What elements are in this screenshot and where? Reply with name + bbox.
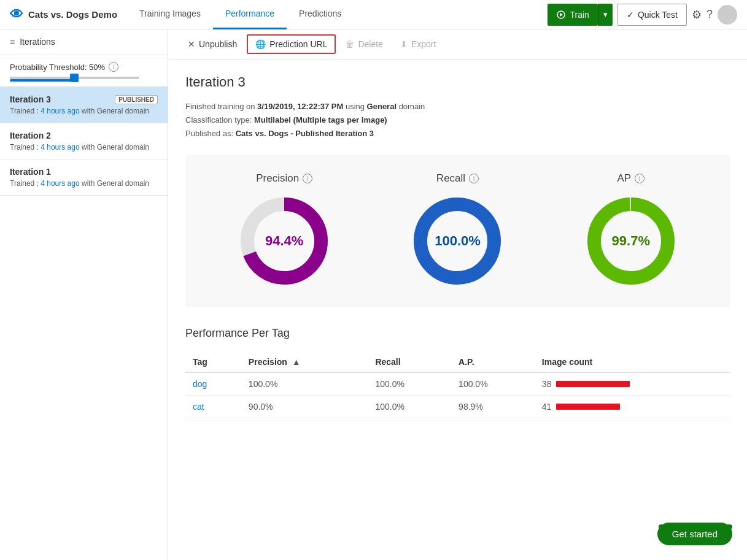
threshold-label: Probability Threshold: 50% i <box>10 62 158 72</box>
export-button[interactable]: ⬇ Export <box>393 36 443 53</box>
dog-recall: 100.0% <box>368 372 451 396</box>
table-header: Tag Precision ▲ Recall A.P. Image count <box>185 352 730 372</box>
table-row: dog 100.0% 100.0% 100.0% 38 <box>185 372 730 396</box>
export-icon: ⬇ <box>400 39 408 49</box>
performance-per-tag-section: Performance Per Tag Tag Precision ▲ Reca… <box>185 327 730 418</box>
recall-value: 100.0% <box>435 233 481 249</box>
sidebar-item-iteration1[interactable]: Iteration 1 Trained : 4 hours ago with G… <box>0 159 168 196</box>
tab-predictions[interactable]: Predictions <box>287 0 354 29</box>
cat-count: 41 <box>535 396 730 418</box>
table-body: dog 100.0% 100.0% 100.0% 38 <box>185 372 730 418</box>
help-icon[interactable]: ? <box>706 8 713 21</box>
train-button[interactable]: Train <box>548 4 597 26</box>
cat-bar <box>556 404 620 410</box>
tab-performance[interactable]: Performance <box>213 0 287 29</box>
iteration3-name: Iteration 3 <box>10 94 51 104</box>
ap-info-icon[interactable]: i <box>635 174 644 183</box>
dog-bar <box>556 381 630 387</box>
page-title: Iteration 3 <box>185 74 730 90</box>
prediction-url-button[interactable]: 🌐 Prediction URL <box>247 34 336 54</box>
precision-info-icon[interactable]: i <box>303 174 312 183</box>
get-started-button[interactable]: Get started <box>657 523 732 545</box>
ap-title: AP i <box>617 172 644 185</box>
iteration1-time-link[interactable]: 4 hours ago <box>41 179 79 188</box>
sidebar: ≡ Iterations Probability Threshold: 50% … <box>0 29 168 560</box>
layers-icon: ≡ <box>10 37 15 47</box>
tab-training-images[interactable]: Training Images <box>127 0 213 29</box>
metrics-section: Precision i 94.4% Recall <box>185 155 730 307</box>
ap-donut: 99.7% <box>582 192 680 290</box>
col-image-count: Image count <box>535 352 730 372</box>
dog-precision: 100.0% <box>241 372 368 396</box>
table-row: cat 90.0% 100.0% 98.9% 41 <box>185 396 730 418</box>
train-dropdown-button[interactable]: ▾ <box>598 4 613 26</box>
threshold-slider-container <box>10 77 158 79</box>
recall-metric: Recall i 100.0% <box>408 172 506 290</box>
recall-title: Recall i <box>436 172 479 185</box>
checkmark-icon: ✓ <box>627 10 634 20</box>
header-actions: Train ▾ ✓ Quick Test ⚙ ? <box>548 4 737 26</box>
training-info-line1: Finished training on 3/19/2019, 12:22:37… <box>185 100 730 113</box>
sort-icon: ▲ <box>292 357 301 367</box>
globe-icon: 🌐 <box>255 39 266 49</box>
iteration1-header: Iteration 1 <box>10 167 158 177</box>
col-recall: Recall <box>368 352 451 372</box>
sidebar-item-iteration3[interactable]: Iteration 3 PUBLISHED Trained : 4 hours … <box>0 87 168 123</box>
quick-test-button[interactable]: ✓ Quick Test <box>617 4 687 26</box>
training-info-line3: Published as: Cats vs. Dogs - Published … <box>185 127 730 140</box>
cat-recall: 100.0% <box>368 396 451 418</box>
content-area: ✕ Unpublish 🌐 Prediction URL 🗑 Delete ⬇ … <box>168 29 747 560</box>
dog-bar-cell: 38 <box>542 379 722 389</box>
slider-fill <box>10 79 74 82</box>
col-ap: A.P. <box>451 352 535 372</box>
close-icon: ✕ <box>188 39 195 49</box>
train-button-group: Train ▾ <box>548 4 612 26</box>
iteration3-time-link[interactable]: 4 hours ago <box>41 107 79 115</box>
avatar[interactable] <box>718 5 737 25</box>
tag-dog[interactable]: dog <box>185 372 241 396</box>
slider-thumb[interactable] <box>70 74 79 82</box>
toolbar: ✕ Unpublish 🌐 Prediction URL 🗑 Delete ⬇ … <box>168 29 747 59</box>
col-precision[interactable]: Precision ▲ <box>241 352 368 372</box>
threshold-section: Probability Threshold: 50% i <box>0 55 168 87</box>
ap-value: 99.7% <box>612 233 650 249</box>
delete-button[interactable]: 🗑 Delete <box>338 36 390 53</box>
iteration3-header: Iteration 3 PUBLISHED <box>10 94 158 104</box>
unpublish-button[interactable]: ✕ Unpublish <box>180 36 244 53</box>
threshold-info-icon[interactable]: i <box>109 62 118 72</box>
precision-metric: Precision i 94.4% <box>235 172 333 290</box>
recall-info-icon[interactable]: i <box>469 174 479 183</box>
tag-cat[interactable]: cat <box>185 396 241 418</box>
header: 👁 Cats vs. Dogs Demo Training Images Per… <box>0 0 747 29</box>
iterations-section[interactable]: ≡ Iterations <box>0 29 168 55</box>
precision-donut: 94.4% <box>235 192 333 290</box>
col-tag: Tag <box>185 352 241 372</box>
page-content: Iteration 3 Finished training on 3/19/20… <box>168 59 747 433</box>
cat-bar-cell: 41 <box>542 402 722 412</box>
iteration3-published-badge: PUBLISHED <box>115 95 158 104</box>
performance-per-tag-title: Performance Per Tag <box>185 327 730 340</box>
app-name: Cats vs. Dogs Demo <box>28 9 117 20</box>
cat-ap: 98.9% <box>451 396 535 418</box>
cat-precision: 90.0% <box>241 396 368 418</box>
iteration2-meta: Trained : 4 hours ago with General domai… <box>10 143 158 152</box>
iteration3-meta: Trained : 4 hours ago with General domai… <box>10 107 158 115</box>
iterations-label: Iterations <box>20 37 55 47</box>
iteration2-time-link[interactable]: 4 hours ago <box>41 143 79 152</box>
recall-donut: 100.0% <box>408 192 506 290</box>
train-icon <box>556 10 566 20</box>
training-info-line2: Classification type: Multilabel (Multipl… <box>185 113 730 127</box>
settings-icon[interactable]: ⚙ <box>692 8 702 21</box>
training-info: Finished training on 3/19/2019, 12:22:37… <box>185 100 730 140</box>
nav-tabs: Training Images Performance Predictions <box>127 0 538 29</box>
eye-icon: 👁 <box>10 7 23 23</box>
dog-count: 38 <box>535 372 730 396</box>
iteration1-meta: Trained : 4 hours ago with General domai… <box>10 179 158 188</box>
precision-value: 94.4% <box>265 233 303 249</box>
app-logo: 👁 Cats vs. Dogs Demo <box>10 7 117 23</box>
precision-title: Precision i <box>256 172 312 185</box>
dog-ap: 100.0% <box>451 372 535 396</box>
iteration1-name: Iteration 1 <box>10 167 51 177</box>
iteration2-header: Iteration 2 <box>10 131 158 140</box>
sidebar-item-iteration2[interactable]: Iteration 2 Trained : 4 hours ago with G… <box>0 123 168 159</box>
